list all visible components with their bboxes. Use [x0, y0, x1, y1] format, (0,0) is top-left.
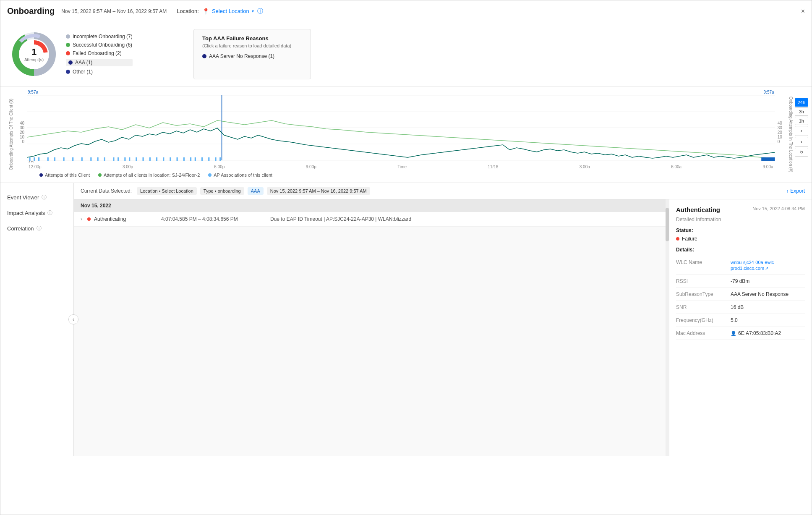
donut-area: 1 Attempt(s) Incomplete Onboarding (7) S… — [9, 29, 185, 79]
svg-rect-12 — [29, 157, 30, 161]
svg-text:AP: AP — [28, 161, 34, 162]
user-icon: 👤 — [731, 331, 736, 336]
nav-btn-refresh[interactable]: ↻ — [795, 148, 808, 157]
aaa-item-label: AAA Server No Response (1) — [209, 53, 274, 59]
scrollbar[interactable] — [666, 199, 669, 456]
legend-dot-ap-assoc — [208, 173, 211, 177]
close-button[interactable]: × — [801, 8, 805, 15]
svg-rect-21 — [97, 157, 98, 161]
detail-status-label: Status: — [676, 227, 805, 233]
sidebar-collapse-button[interactable]: ‹ — [68, 314, 78, 324]
donut-label: 1 Attempt(s) — [24, 47, 44, 62]
legend-label-incomplete: Incomplete Onboarding (7) — [73, 34, 133, 39]
legend-dot-failed — [66, 51, 70, 55]
legend-label-aaa: AAA (1) — [75, 60, 92, 65]
chart-top-left-time: 9:57a — [28, 90, 38, 94]
location-label: Location: — [177, 8, 199, 14]
detail-val-freq: 5.0 — [731, 314, 805, 327]
sidebar-item-impact-analysis[interactable]: Impact Analysis ⓘ — [0, 205, 73, 221]
event-name: Authenticating — [94, 216, 161, 222]
aaa-item[interactable]: AAA Server No Response (1) — [202, 53, 302, 59]
event-viewer-info-icon[interactable]: ⓘ — [42, 194, 47, 201]
x-label-3a: 3:00a — [580, 165, 590, 169]
svg-rect-14 — [38, 157, 39, 161]
filter-tag-type: Type • onboarding — [200, 187, 244, 195]
time-btn-3h[interactable]: 3h — [795, 107, 808, 116]
filter-tag-location: Location • Select Location — [137, 187, 197, 195]
detail-fields-table: WLC Name wnbu-sjc24-00a-ewlc-prod1.cisco… — [676, 256, 805, 340]
x-label-1116: 11/16 — [488, 165, 498, 169]
time-btn-1h[interactable]: 1h — [795, 117, 808, 125]
expand-icon[interactable]: › — [81, 216, 82, 222]
legend-item-failed: Failed Onboarding (2) — [66, 50, 133, 56]
detail-key-mac: Mac Address — [676, 327, 731, 340]
event-status-dot — [87, 217, 91, 221]
svg-rect-38 — [208, 157, 209, 161]
svg-rect-36 — [195, 157, 196, 161]
wlc-link[interactable]: wnbu-sjc24-00a-ewlc-prod1.cisco.com↗ — [731, 260, 775, 271]
impact-analysis-info-icon[interactable]: ⓘ — [47, 209, 52, 217]
location-info-icon[interactable]: ⓘ — [257, 8, 263, 15]
svg-rect-24 — [117, 157, 119, 161]
export-button[interactable]: ↑ Export — [786, 188, 805, 194]
detail-field-wlc: WLC Name wnbu-sjc24-00a-ewlc-prod1.cisco… — [676, 256, 805, 275]
filter-bar: Current Data Selected: Location • Select… — [74, 183, 812, 199]
y-left-30: 30 — [20, 125, 24, 130]
detail-val-wlc: wnbu-sjc24-00a-ewlc-prod1.cisco.com↗ — [731, 256, 805, 275]
chart-svg: AP — [27, 95, 775, 162]
legend-this-client-label: Attempts of this Client — [45, 173, 90, 178]
legend-label-failed: Failed Onboarding (2) — [73, 50, 122, 56]
legend-ap-assoc-label: AP Associations of this client — [214, 173, 272, 178]
svg-rect-22 — [104, 157, 105, 161]
time-btn-24h[interactable]: 24h — [795, 98, 808, 107]
legend-label-other: Other (1) — [73, 69, 93, 75]
legend-item-other[interactable]: Other (1) — [66, 69, 133, 75]
nav-btn-next[interactable]: › — [795, 137, 808, 147]
table-row[interactable]: › Authenticating 4:07:04.585 PM – 4:08:3… — [74, 212, 666, 227]
svg-rect-40 — [219, 157, 221, 161]
chart-top-right-time: 9:57a — [764, 90, 774, 94]
y-right-40: 40 — [778, 121, 782, 125]
y-axis-right: 40 30 20 10 0 — [775, 112, 787, 157]
chart-bottom-legend: Attempts of this Client Attempts of all … — [27, 169, 775, 179]
aaa-subtitle: (Click a failure reason to load detailed… — [202, 43, 302, 48]
detail-title: Authenticating — [676, 206, 720, 213]
y-left-40: 40 — [20, 121, 24, 125]
svg-rect-28 — [142, 157, 144, 161]
y-left-20: 20 — [20, 130, 24, 135]
svg-rect-33 — [177, 157, 178, 161]
page-title: Onboarding — [7, 6, 55, 16]
sidebar-item-event-viewer[interactable]: Event Viewer ⓘ — [0, 190, 73, 205]
legend-dot-aaa — [68, 60, 73, 65]
detail-key-subreason: SubReasonType — [676, 288, 731, 301]
chart-x-labels: 12:00p 3:00p 6:00p 9:00p Time 11/16 3:00… — [27, 165, 775, 169]
sidebar-item-correlation[interactable]: Correlation ⓘ — [0, 221, 73, 236]
y-axis-left-label: Onboarding Attempts Of The Client (0) — [9, 99, 13, 170]
legend-item-aaa[interactable]: AAA (1) — [66, 59, 133, 66]
y-left-10: 10 — [20, 135, 24, 139]
legend-item-success: Successful Onboarding (6) — [66, 42, 133, 48]
detail-timestamp: Nov 15, 2022 4:08:34 PM — [752, 206, 805, 211]
nav-btn-prev[interactable]: ‹ — [795, 126, 808, 136]
filter-tag-dates: Nov 15, 2022 9:57 AM – Nov 16, 2022 9:57… — [267, 187, 370, 195]
location-select-text: Select Location — [212, 8, 249, 14]
detail-key-rssi: RSSI — [676, 275, 731, 288]
y-left-0: 0 — [22, 139, 24, 144]
scrollbar-thumb[interactable] — [666, 208, 669, 241]
event-details: Due to EAP ID Timeout | AP:SJC24-22A-AP3… — [270, 216, 411, 222]
svg-rect-16 — [54, 157, 55, 161]
export-icon: ↑ — [786, 188, 789, 194]
x-label-time: Time — [397, 165, 407, 169]
detail-field-rssi: RSSI -79 dBm — [676, 275, 805, 288]
svg-rect-23 — [113, 157, 114, 161]
detail-val-mac: 👤6E:A7:05:83:B0:A2 — [731, 327, 805, 340]
correlation-info-icon[interactable]: ⓘ — [37, 225, 42, 232]
legend-ap-assoc: AP Associations of this client — [208, 173, 272, 178]
location-selector[interactable]: 📍 Select Location ▾ — [202, 8, 254, 15]
x-label-9a: 9:00a — [763, 165, 773, 169]
sidebar: Event Viewer ⓘ Impact Analysis ⓘ Correla… — [0, 183, 74, 456]
svg-rect-41 — [761, 157, 775, 161]
chart-section: Onboarding Attempts Of The Client (0) 40… — [0, 86, 812, 183]
y-axis-left: 40 30 20 10 0 — [15, 112, 27, 157]
aaa-title: Top AAA Failure Reasons — [202, 35, 302, 42]
